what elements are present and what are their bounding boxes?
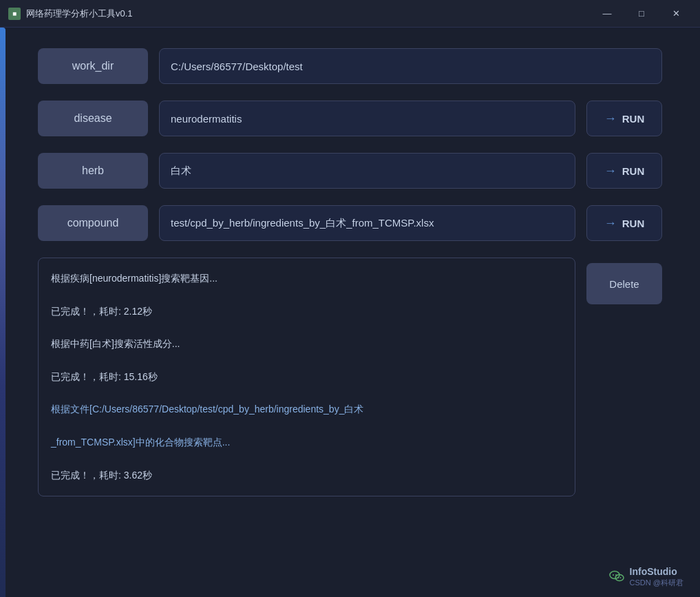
log-line-7: 已完成！，耗时: 3.62秒: [51, 468, 562, 484]
svg-point-5: [619, 577, 621, 578]
compound-input[interactable]: [159, 205, 575, 241]
maximize-button[interactable]: □: [626, 4, 657, 23]
herb-run-arrow-icon: →: [604, 164, 617, 178]
footer-brand: InfoStudio CSDN @科研君: [609, 565, 683, 587]
log-section: 根据疾病[neurodermatitis]搜索靶基因... 已完成！，耗时: 2…: [38, 258, 662, 496]
left-accent-bar: [0, 28, 6, 597]
disease-row: disease → RUN: [38, 101, 662, 136]
log-box: 根据疾病[neurodermatitis]搜索靶基因... 已完成！，耗时: 2…: [38, 258, 575, 496]
log-line-1: 根据疾病[neurodermatitis]搜索靶基因...: [51, 271, 562, 287]
minimize-button[interactable]: —: [591, 4, 623, 23]
delete-button[interactable]: Delete: [586, 263, 662, 304]
herb-label-button[interactable]: herb: [38, 153, 148, 189]
compound-run-arrow-icon: →: [604, 216, 617, 231]
workdir-label-button[interactable]: work_dir: [38, 48, 148, 84]
disease-run-button[interactable]: → RUN: [586, 101, 662, 136]
window-controls: — □ ✕: [591, 4, 692, 23]
log-line-5: 根据文件[C:/Users/86577/Desktop/test/cpd_by_…: [51, 401, 562, 418]
svg-point-1: [613, 574, 614, 576]
main-content: work_dir disease → RUN herb → RUN compou…: [0, 28, 700, 517]
workdir-input[interactable]: [159, 48, 662, 84]
herb-input[interactable]: [159, 153, 575, 189]
log-sidebar: Delete: [586, 258, 662, 496]
log-line-2: 已完成！，耗时: 2.12秒: [51, 304, 562, 320]
wechat-icon: [609, 569, 624, 584]
brand-sub: CSDN @科研君: [630, 578, 683, 587]
workdir-row: work_dir: [38, 48, 662, 84]
app-icon: ■: [8, 8, 21, 20]
log-line-3: 根据中药[白术]搜索活性成分...: [51, 336, 562, 353]
herb-row: herb → RUN: [38, 153, 662, 189]
title-bar-left: ■ 网络药理学分析小工具v0.1: [8, 8, 133, 20]
close-button[interactable]: ✕: [660, 4, 692, 23]
compound-row: compound → RUN: [38, 205, 662, 241]
log-line-4: 已完成！，耗时: 15.16秒: [51, 369, 562, 386]
brand-text: InfoStudio CSDN @科研君: [630, 565, 683, 587]
compound-label-button[interactable]: compound: [38, 205, 148, 241]
disease-run-arrow-icon: →: [604, 112, 617, 126]
brand-name: InfoStudio: [630, 565, 683, 578]
app-title: 网络药理学分析小工具v0.1: [26, 8, 133, 20]
svg-point-4: [617, 577, 619, 578]
compound-run-button[interactable]: → RUN: [586, 205, 662, 241]
herb-run-button[interactable]: → RUN: [586, 153, 662, 189]
disease-input[interactable]: [159, 101, 575, 136]
title-bar: ■ 网络药理学分析小工具v0.1 — □ ✕: [0, 0, 700, 28]
disease-label-button[interactable]: disease: [38, 101, 148, 136]
log-line-6: _from_TCMSP.xlsx]中的化合物搜索靶点...: [51, 434, 562, 451]
